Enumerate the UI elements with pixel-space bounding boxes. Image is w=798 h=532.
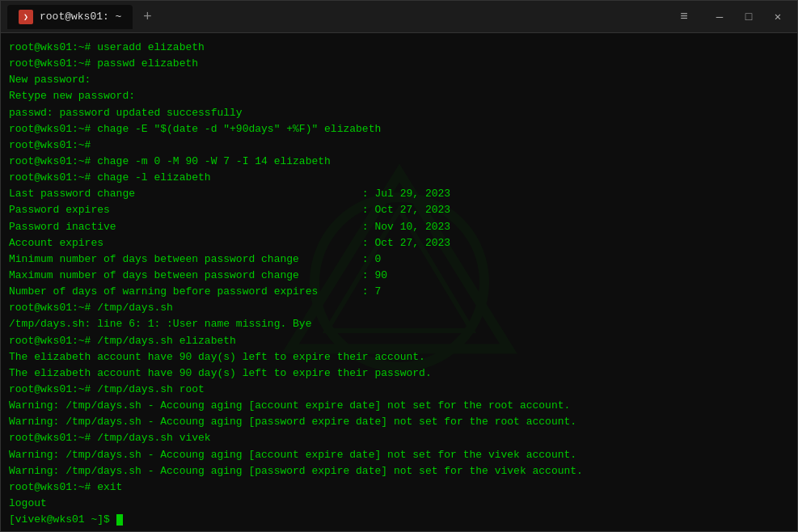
terminal-line: Account expires : Oct 27, 2023 <box>9 235 789 251</box>
terminal-line: Password inactive : Nov 10, 2023 <box>9 219 789 235</box>
terminal-line: root@wks01:~# /tmp/days.sh elizabeth <box>9 333 789 349</box>
tab-label: root@wks01: ~ <box>40 11 121 23</box>
terminal-line: Retype new password: <box>9 88 789 104</box>
terminal-line: Warning: /tmp/days.sh - Accoung aging [a… <box>9 398 789 414</box>
terminal-line: The elizabeth account have 90 day(s) lef… <box>9 349 789 365</box>
terminal-line: /tmp/days.sh: line 6: 1: :User name miss… <box>9 316 789 332</box>
terminal-line: Warning: /tmp/days.sh - Accoung aging [p… <box>9 463 789 479</box>
close-button[interactable]: ✕ <box>765 6 791 28</box>
terminal-line: passwd: password updated successfully <box>9 105 789 121</box>
terminal-line: root@wks01:~# chage -m 0 -M 90 -W 7 -I 1… <box>9 154 789 170</box>
terminal-line: Password expires : Oct 27, 2023 <box>9 202 789 218</box>
terminal-line: The elizabeth account have 90 day(s) lef… <box>9 365 789 382</box>
terminal-line: New password: <box>9 72 789 88</box>
terminal-output: root@wks01:~# useradd elizabethroot@wks0… <box>9 40 789 528</box>
terminal-line: root@wks01:~# /tmp/days.sh <box>9 300 789 316</box>
terminal-line: root@wks01:~# chage -E "$(date -d "+90da… <box>9 121 789 137</box>
maximize-button[interactable]: □ <box>736 6 762 28</box>
menu-icon[interactable]: ≡ <box>671 6 697 28</box>
terminal-line: Warning: /tmp/days.sh - Accoung aging [a… <box>9 447 789 463</box>
terminal-line: Warning: /tmp/days.sh - Accoung aging [p… <box>9 414 789 430</box>
minimize-button[interactable]: — <box>707 6 733 28</box>
terminal-window: ❯ root@wks01: ~ + ≡ — □ ✕ root@wks01:~# … <box>0 0 798 532</box>
window-controls: ≡ — □ ✕ <box>671 6 791 28</box>
terminal-line: Minimum number of days between password … <box>9 251 789 268</box>
terminal-line: Maximum number of days between password … <box>9 268 789 284</box>
terminal-line: Last password change : Jul 29, 2023 <box>9 186 789 202</box>
terminal-line: Number of days of warning before passwor… <box>9 284 789 300</box>
active-tab[interactable]: ❯ root@wks01: ~ <box>7 5 133 29</box>
terminal-line: logout <box>9 496 789 512</box>
add-tab-button[interactable]: + <box>136 6 158 28</box>
terminal-line: root@wks01:~# passwd elizabeth <box>9 56 789 72</box>
terminal-line: root@wks01:~# exit <box>9 479 789 496</box>
terminal-line: root@wks01:~# <box>9 137 789 154</box>
tab-icon: ❯ <box>19 10 33 24</box>
terminal-cursor <box>116 514 123 526</box>
titlebar: ❯ root@wks01: ~ + ≡ — □ ✕ <box>1 1 797 33</box>
terminal-line: root@wks01:~# chage -l elizabeth <box>9 170 789 186</box>
terminal-line: root@wks01:~# useradd elizabeth <box>9 40 789 56</box>
terminal-line: root@wks01:~# /tmp/days.sh root <box>9 382 789 398</box>
terminal-line: root@wks01:~# /tmp/days.sh vivek <box>9 430 789 446</box>
terminal-line: [vivek@wks01 ~]$ <box>9 512 789 528</box>
terminal-body[interactable]: root@wks01:~# useradd elizabethroot@wks0… <box>1 33 797 531</box>
